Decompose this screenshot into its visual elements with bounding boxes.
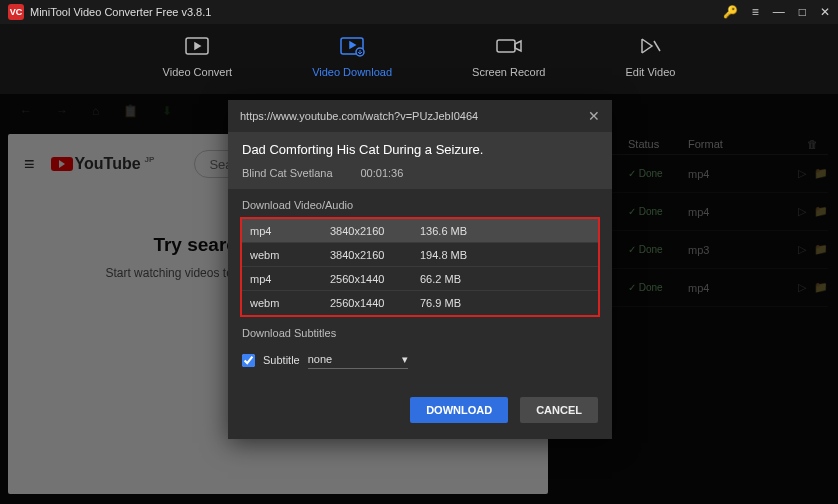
titlebar: VC MiniTool Video Converter Free v3.8.1 … [0,0,838,24]
svg-marker-1 [195,43,200,49]
svg-marker-3 [350,42,355,48]
close-icon[interactable]: ✕ [588,108,600,124]
section-subs-label: Download Subtitles [228,317,612,345]
download-modal: https://www.youtube.com/watch?v=PUzJebI0… [228,100,612,439]
format-resolution: 2560x1440 [330,273,420,285]
format-resolution: 3840x2160 [330,225,420,237]
format-row[interactable]: mp4 2560x1440 66.2 MB [242,267,598,291]
format-row[interactable]: mp4 3840x2160 136.6 MB [242,219,598,243]
minimize-button[interactable]: — [773,5,785,19]
section-video-label: Download Video/Audio [228,189,612,217]
video-info: Dad Comforting His Cat During a Seizure.… [228,132,612,189]
maximize-button[interactable]: □ [799,5,806,19]
format-size: 194.8 MB [420,249,590,261]
subtitle-label: Subtitle [263,354,300,366]
format-resolution: 3840x2160 [330,249,420,261]
tab-label: Screen Record [472,66,545,78]
format-table: mp4 3840x2160 136.6 MB webm 3840x2160 19… [240,217,600,317]
tab-edit-video[interactable]: Edit Video [625,32,675,94]
video-url: https://www.youtube.com/watch?v=PUzJebI0… [240,110,588,122]
app-title: MiniTool Video Converter Free v3.8.1 [30,6,723,18]
svg-rect-5 [497,40,515,52]
download-button[interactable]: DOWNLOAD [410,397,508,423]
subtitle-checkbox[interactable] [242,354,255,367]
menu-icon[interactable]: ≡ [752,5,759,19]
edit-icon [636,35,664,57]
tab-label: Video Download [312,66,392,78]
chevron-down-icon: ▾ [402,353,408,366]
format-size: 76.9 MB [420,297,590,309]
tab-video-download[interactable]: Video Download [312,32,392,94]
format-size: 136.6 MB [420,225,590,237]
video-duration: 00:01:36 [361,167,404,179]
tab-screen-record[interactable]: Screen Record [472,32,545,94]
key-icon[interactable]: 🔑 [723,5,738,19]
format-container: mp4 [250,225,330,237]
format-resolution: 2560x1440 [330,297,420,309]
format-container: webm [250,297,330,309]
download-icon [338,35,366,57]
format-container: mp4 [250,273,330,285]
window-controls: 🔑 ≡ — □ ✕ [723,5,830,19]
cancel-button[interactable]: CANCEL [520,397,598,423]
convert-icon [183,35,211,57]
video-title: Dad Comforting His Cat During a Seizure. [242,142,598,157]
tab-label: Edit Video [625,66,675,78]
format-row[interactable]: webm 2560x1440 76.9 MB [242,291,598,315]
main-tabs: Video Convert Video Download Screen Reco… [0,24,838,94]
record-icon [495,35,523,57]
video-channel: Blind Cat Svetlana [242,167,333,179]
close-window-button[interactable]: ✕ [820,5,830,19]
tab-label: Video Convert [163,66,233,78]
tab-video-convert[interactable]: Video Convert [163,32,233,94]
format-container: webm [250,249,330,261]
subtitle-select[interactable]: none ▾ [308,351,408,369]
format-size: 66.2 MB [420,273,590,285]
format-row[interactable]: webm 3840x2160 194.8 MB [242,243,598,267]
app-icon: VC [8,4,24,20]
subtitle-value: none [308,353,332,366]
